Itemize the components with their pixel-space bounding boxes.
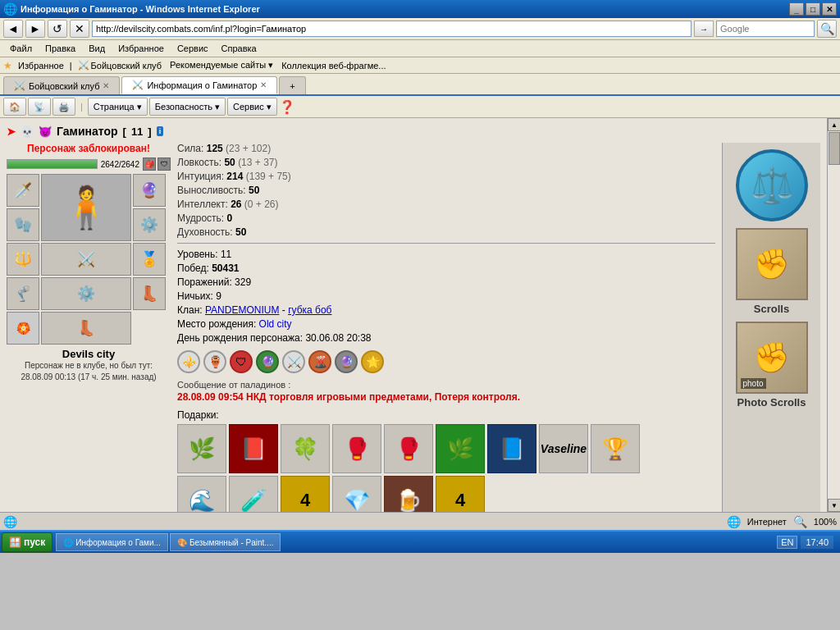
- home-toolbar-button[interactable]: 🏠: [3, 98, 26, 116]
- taskbar-right: EN 17:40: [772, 536, 838, 549]
- gift-12[interactable]: 4: [281, 476, 330, 512]
- browser-toolbar: 🏠 📡 🖨️ | Страница ▾ Безопасность ▾ Серви…: [0, 96, 840, 118]
- equip-body[interactable]: ⚔️: [41, 243, 131, 276]
- equip-emblem[interactable]: 🏵️: [7, 312, 39, 345]
- info-icon[interactable]: i: [157, 126, 164, 136]
- help-icon[interactable]: ❓: [279, 99, 295, 115]
- equip-glove-l[interactable]: 🧤: [7, 208, 39, 241]
- endurance-value: 50: [249, 185, 259, 196]
- gift-1[interactable]: 🌿: [177, 424, 226, 473]
- equip-weapon-l[interactable]: 🔱: [7, 243, 39, 276]
- equip-helm[interactable]: 🗡️: [7, 174, 39, 207]
- message-text: 28.08.09 09:54 НКД торговля игровыми пре…: [177, 391, 715, 403]
- tab-info[interactable]: ⚔️ Информация о Гаминатор ✕: [121, 76, 277, 94]
- scroll-thumb[interactable]: [829, 132, 840, 165]
- character-body: 🧍: [41, 174, 131, 241]
- equip-legs-r[interactable]: ⚙️: [41, 277, 131, 310]
- menu-view[interactable]: Вид: [85, 42, 108, 55]
- spirit-value: 50: [235, 226, 246, 238]
- tab-club-icon: ⚔️: [14, 80, 25, 91]
- photo-scrolls-image[interactable]: ✊ photo: [736, 322, 808, 394]
- favorites-item-collection[interactable]: Коллекция веб-фрагме...: [279, 60, 388, 71]
- security-button[interactable]: Безопасность ▾: [149, 98, 226, 116]
- gift-8[interactable]: Vaseline: [539, 424, 588, 473]
- photo-scrolls-label: Photo Scrolls: [736, 396, 808, 409]
- zoom-level: 100%: [814, 517, 837, 527]
- gift-3[interactable]: 🍀: [281, 424, 330, 473]
- equip-shoulder-r[interactable]: 🔮: [133, 174, 166, 207]
- birthplace-value[interactable]: Old city: [259, 318, 292, 330]
- forward-button[interactable]: ►: [25, 20, 45, 38]
- menu-help[interactable]: Справка: [218, 42, 260, 55]
- gift-9[interactable]: 🏆: [591, 424, 640, 473]
- scrolls-image[interactable]: ✊: [736, 228, 808, 300]
- gifts-section: Подарки: 🌿 📕 🍀 🥊 🥊 🌿 📘 Vaseline 🏆 🌊: [177, 409, 715, 512]
- tab-club[interactable]: ⚔️ Бойцовский клуб ✕: [3, 76, 120, 94]
- stop-button[interactable]: ✕: [70, 20, 89, 38]
- gift-5[interactable]: 🥊: [384, 424, 433, 473]
- scroll-down-button[interactable]: ▼: [828, 499, 840, 512]
- tab-club-close[interactable]: ✕: [103, 81, 109, 90]
- menu-file[interactable]: Файл: [7, 42, 35, 55]
- clan-link[interactable]: PANDEMONIUM: [205, 304, 279, 316]
- tab-new[interactable]: +: [279, 76, 305, 94]
- badge-2: 🏺: [203, 350, 226, 373]
- refresh-button[interactable]: ↺: [48, 20, 67, 38]
- back-button[interactable]: ◄: [3, 20, 23, 38]
- char-level-bracket: [: [123, 126, 126, 138]
- search-button[interactable]: 🔍: [817, 20, 837, 38]
- tab-info-close[interactable]: ✕: [260, 80, 267, 89]
- print-button[interactable]: 🖨️: [52, 98, 75, 116]
- badge-8: 🌟: [361, 350, 384, 373]
- taskbar-item-1[interactable]: 🌐 Информация о Гами...: [56, 533, 168, 551]
- shield-icon[interactable]: 🛡: [158, 158, 171, 171]
- favorites-item-club[interactable]: ⚔️ Бойцовский клуб: [75, 59, 164, 71]
- menu-edit[interactable]: Правка: [42, 42, 79, 55]
- gift-14[interactable]: 🍺: [384, 476, 433, 512]
- go-button[interactable]: →: [694, 21, 714, 37]
- internet-icon: 🌐: [727, 515, 741, 528]
- bag-icon[interactable]: 🎒: [143, 158, 156, 171]
- page-button[interactable]: Страница ▾: [88, 98, 148, 116]
- scroll-up-button[interactable]: ▲: [828, 118, 840, 131]
- equip-boots-l[interactable]: 👢: [133, 277, 166, 310]
- favorites-item-main[interactable]: Избранное: [16, 60, 66, 71]
- equip-glove-r[interactable]: ⚙️: [133, 208, 166, 241]
- gift-2[interactable]: 📕: [229, 424, 278, 473]
- search-input[interactable]: [716, 21, 815, 37]
- feeds-button[interactable]: 📡: [28, 98, 51, 116]
- badge-5: ⚔️: [282, 350, 305, 373]
- equip-belt[interactable]: 🏅: [133, 243, 166, 276]
- start-label: пуск: [24, 536, 45, 548]
- globe-icon: 🌐: [3, 515, 17, 528]
- taskbar-items: 🌐 Информация о Гами... 🎨 Безымянный - Pa…: [56, 533, 772, 551]
- gift-10[interactable]: 🌊: [177, 476, 226, 512]
- equip-legs-l[interactable]: 🦿: [7, 277, 39, 310]
- gift-7[interactable]: 📘: [487, 424, 536, 473]
- gift-4[interactable]: 🥊: [332, 424, 381, 473]
- menu-favorites[interactable]: Избранное: [115, 42, 167, 55]
- navigation-bar: ◄ ► ↺ ✕ → 🔍: [0, 18, 840, 40]
- char-icon: 😈: [39, 126, 52, 138]
- start-button[interactable]: 🪟 пуск: [2, 532, 52, 552]
- favorites-item-recommended[interactable]: Рекомендуемые сайты ▾: [167, 59, 276, 71]
- gift-15[interactable]: 4: [436, 476, 485, 512]
- minimize-button[interactable]: _: [789, 2, 804, 16]
- maximize-button[interactable]: □: [806, 2, 820, 16]
- gift-6[interactable]: 🌿: [436, 424, 485, 473]
- clan-sub[interactable]: губка боб: [288, 304, 331, 316]
- service-button[interactable]: Сервис ▾: [227, 98, 277, 116]
- vertical-scrollbar[interactable]: ▲ ▼: [827, 118, 840, 512]
- gift-13[interactable]: 💎: [332, 476, 381, 512]
- photo-scrolls-box: ✊ photo Photo Scrolls: [736, 322, 808, 409]
- close-button[interactable]: ✕: [822, 2, 837, 16]
- gift-11[interactable]: 🧪: [229, 476, 278, 512]
- location-sub: Персонаж не в клубе, но был тут: 28.08.0…: [7, 360, 171, 383]
- taskbar-label-2: Безымянный - Paint....: [189, 538, 274, 547]
- menu-tools[interactable]: Сервис: [174, 42, 212, 55]
- taskbar-item-2[interactable]: 🎨 Безымянный - Paint....: [170, 533, 281, 551]
- address-bar[interactable]: [92, 21, 692, 37]
- equip-boots-r[interactable]: 👢: [41, 312, 131, 345]
- char-level: 11: [131, 126, 143, 138]
- wisdom-value: 0: [227, 212, 233, 224]
